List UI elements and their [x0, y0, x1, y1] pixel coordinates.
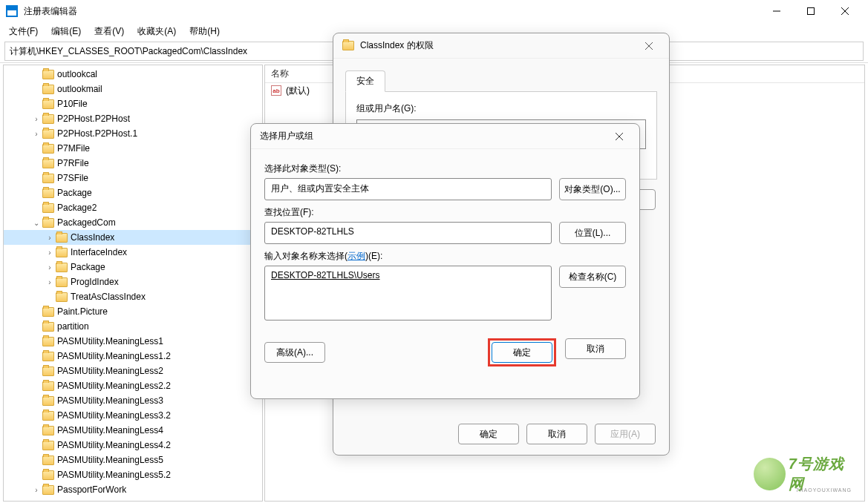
maximize-button[interactable]	[794, 0, 828, 22]
app-icon	[6, 5, 18, 17]
tree-item-label: P2PHost.P2PHost.1	[57, 128, 137, 139]
tree-item[interactable]: PASMUtility.MeaningLess1	[4, 334, 262, 349]
tree-item-label: P7RFile	[57, 158, 89, 168]
folder-icon	[42, 441, 54, 450]
folder-icon	[42, 381, 54, 391]
folder-icon	[42, 114, 54, 124]
tree-item[interactable]: P7MFile	[4, 141, 262, 156]
select-advanced-button[interactable]: 高级(A)...	[264, 342, 325, 363]
permissions-tabs: 安全	[345, 70, 657, 92]
menu-favorites[interactable]: 收藏夹(A)	[131, 23, 182, 40]
tree-item[interactable]: PASMUtility.MeaningLess2.2	[4, 378, 262, 393]
folder-icon	[42, 99, 54, 109]
tree-item-label: PASMUtility.MeaningLess2.2	[57, 381, 171, 391]
permissions-close-button[interactable]	[638, 37, 660, 55]
permissions-cancel-button[interactable]: 取消	[526, 424, 587, 444]
folder-icon	[42, 366, 54, 376]
menu-edit[interactable]: 编辑(E)	[45, 23, 87, 40]
tree-item[interactable]: TreatAsClassIndex	[4, 289, 262, 304]
folder-icon	[42, 322, 54, 332]
tree-item[interactable]: ›Package	[4, 260, 262, 274]
tree-item[interactable]: partition	[4, 319, 262, 334]
tab-security[interactable]: 安全	[345, 70, 385, 92]
tree-item[interactable]: ›InterfaceIndex	[4, 245, 262, 260]
col-name: 名称	[271, 68, 289, 80]
tree-item[interactable]: Paint.Picture	[4, 304, 262, 319]
tree-item[interactable]: ⌄PackagedCom	[4, 215, 262, 230]
check-names-button[interactable]: 检查名称(C)	[559, 266, 626, 288]
permissions-ok-button[interactable]: 确定	[458, 424, 519, 444]
folder-icon	[56, 277, 68, 287]
menu-view[interactable]: 查看(V)	[88, 23, 130, 40]
folder-icon	[42, 144, 54, 154]
tree-item[interactable]: PASMUtility.MeaningLess5	[4, 453, 262, 467]
tree-expand-icon[interactable]: ›	[30, 115, 42, 123]
folder-icon	[42, 85, 54, 94]
menu-file[interactable]: 文件(F)	[3, 23, 44, 40]
tree-item[interactable]: outlookmail	[4, 82, 262, 96]
tree-item[interactable]: P7SFile	[4, 171, 262, 185]
location-field[interactable]: DESKTOP-82TLHLS	[264, 222, 552, 244]
tree-item[interactable]: PASMUtility.MeaningLess5.2	[4, 467, 262, 482]
tree-item[interactable]: ›P2PHost.P2PHost	[4, 111, 262, 126]
tree-item[interactable]: PASMUtility.MeaningLess3.2	[4, 408, 262, 423]
tree-item[interactable]: ›ClassIndex	[4, 230, 262, 245]
tree-item-label: PASMUtility.MeaningLess3	[57, 395, 163, 406]
tree-item-label: PASMUtility.MeaningLess5.2	[57, 470, 171, 480]
object-names-field[interactable]: DESKTOP-82TLHLS\Users	[264, 266, 552, 320]
object-type-field[interactable]: 用户、组或内置安全主体	[264, 178, 552, 200]
select-ok-button[interactable]: 确定	[492, 342, 552, 363]
minimize-button[interactable]	[760, 0, 794, 22]
tree-item[interactable]: outlookcal	[4, 67, 262, 82]
tree-item[interactable]: P10File	[4, 96, 262, 111]
svg-rect-1	[808, 8, 815, 15]
window-controls	[760, 0, 862, 22]
tree-item-label: P7SFile	[57, 173, 88, 183]
folder-icon	[42, 456, 54, 465]
permissions-dialog-title-bar[interactable]: ClassIndex 的权限	[333, 33, 669, 59]
object-type-button[interactable]: 对象类型(O)...	[559, 178, 626, 200]
tree-item[interactable]: Package	[4, 185, 262, 200]
tree-item[interactable]: PASMUtility.MeaningLess2	[4, 364, 262, 378]
select-dialog-title-bar[interactable]: 选择用户或组	[251, 124, 639, 149]
tree-item[interactable]: Package2	[4, 200, 262, 215]
names-label: 输入对象名称来选择(示例)(E):	[264, 250, 626, 263]
tree-expand-icon[interactable]: ›	[44, 278, 56, 286]
location-button[interactable]: 位置(L)...	[559, 222, 626, 244]
tree-item[interactable]: PASMUtility.MeaningLess3	[4, 393, 262, 408]
tree-expand-icon[interactable]: ›	[30, 130, 42, 138]
permissions-button-row: 确定 取消 应用(A)	[333, 424, 669, 444]
object-type-label: 选择此对象类型(S):	[264, 162, 626, 175]
tree-item-label: partition	[57, 321, 89, 332]
tree-item-label: PASMUtility.MeaningLess5	[57, 455, 163, 465]
select-close-button[interactable]	[608, 128, 630, 145]
folder-icon	[42, 485, 54, 495]
watermark-logo: 7号游戏网 7HAOYOUXIWANG	[754, 456, 858, 493]
tree-item-label: P2PHost.P2PHost	[57, 114, 130, 124]
folder-icon	[56, 233, 68, 243]
examples-link[interactable]: 示例	[347, 251, 365, 261]
value-name: (默认)	[286, 85, 310, 97]
tree-expand-icon[interactable]: ›	[44, 249, 56, 257]
folder-icon	[42, 426, 54, 435]
tree-expand-icon[interactable]: ›	[44, 234, 56, 242]
tree-item-label: outlookcal	[57, 69, 97, 79]
tree-item-label: PASMUtility.MeaningLess2	[57, 366, 163, 376]
tree-expand-icon[interactable]: ›	[44, 263, 56, 272]
tree-expand-icon[interactable]: ⌄	[30, 219, 42, 227]
tree-item[interactable]: PASMUtility.MeaningLess1.2	[4, 349, 262, 364]
tree-item-label: ClassIndex	[71, 232, 114, 243]
tree-item[interactable]: ›ProgIdIndex	[4, 274, 262, 289]
select-cancel-button[interactable]: 取消	[565, 338, 626, 359]
tree-item-label: TreatAsClassIndex	[71, 292, 146, 302]
tree-item[interactable]: PASMUtility.MeaningLess4	[4, 423, 262, 438]
tree-item[interactable]: ›PassportForWork	[4, 482, 262, 497]
tree-item[interactable]: P7RFile	[4, 156, 262, 171]
tree-item-label: outlookmail	[57, 84, 102, 94]
tree-item[interactable]: ›P2PHost.P2PHost.1	[4, 126, 262, 141]
close-button[interactable]	[828, 0, 862, 22]
tree-item[interactable]: PASMUtility.MeaningLess4.2	[4, 438, 262, 453]
tree-panel[interactable]: outlookcaloutlookmailP10File›P2PHost.P2P…	[3, 65, 263, 502]
menu-help[interactable]: 帮助(H)	[183, 23, 226, 40]
tree-expand-icon[interactable]: ›	[30, 486, 42, 494]
